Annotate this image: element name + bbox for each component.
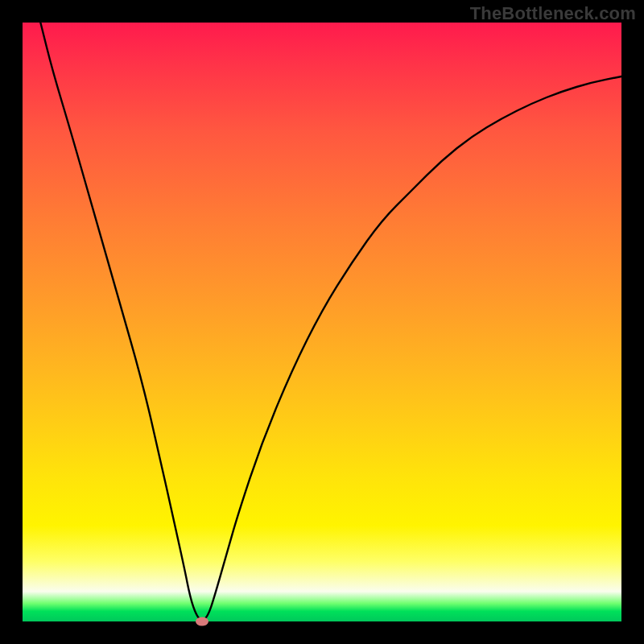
bottleneck-curve	[23, 23, 621, 621]
chart-frame: TheBottleneck.com	[0, 0, 644, 644]
curve-path	[40, 23, 621, 620]
minimum-marker	[196, 617, 208, 626]
plot-area	[23, 23, 621, 621]
watermark-text: TheBottleneck.com	[470, 3, 636, 24]
